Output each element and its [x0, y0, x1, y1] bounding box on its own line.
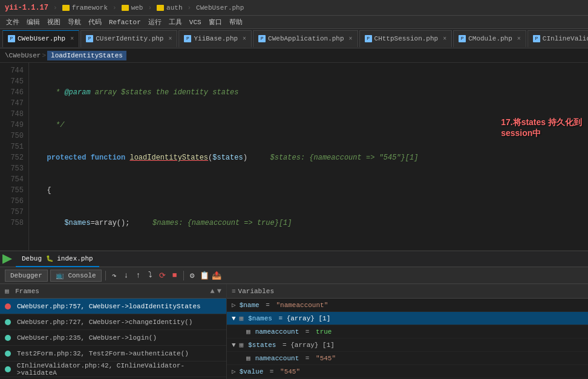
collapse-icon[interactable]: ▼ [232, 315, 236, 322]
menu-item[interactable]: 帮助 [226, 18, 246, 27]
close-tab-icon[interactable]: × [349, 36, 353, 42]
menu-item[interactable]: VCS [186, 19, 205, 26]
frames-icon: ▦ [5, 288, 9, 295]
frames-up-arrow[interactable]: ▲ [211, 287, 215, 296]
run-to-cursor-icon[interactable]: ⤵ [146, 271, 155, 280]
menu-item[interactable]: 代码 [85, 18, 105, 27]
menu-item[interactable]: 编辑 [23, 18, 44, 27]
frame-item-1[interactable]: CWebUser.php:727, CWebUser->changeIdenti… [0, 314, 226, 330]
play-icon [5, 351, 11, 357]
menu-item[interactable]: 视图 [44, 18, 64, 27]
debug-play-button[interactable] [2, 254, 12, 264]
menu-item[interactable]: Refactor [105, 19, 145, 26]
folder-icon [62, 5, 70, 11]
path-crumb-class[interactable]: \CWebUser [5, 52, 41, 59]
code-line-748: $names=array(); $names: {nameaccount => … [34, 218, 583, 228]
php-file-icon: P [184, 35, 191, 42]
expand-icon: ▷ [232, 368, 236, 375]
expand-icon: ▷ [232, 301, 236, 309]
debugger-button[interactable]: Debugger [5, 270, 48, 282]
php-file-icon: P [8, 35, 15, 42]
frames-down-arrow[interactable]: ▼ [217, 287, 221, 296]
variable-name-item[interactable]: ▷ $name = "nameaccount" [227, 299, 588, 312]
frame-item-0[interactable]: CWebUser.php:757, CWebUser->loadIdentity… [0, 299, 226, 314]
array-icon: ▦ [240, 314, 244, 322]
step-into-icon[interactable]: ↓ [122, 271, 131, 280]
variable-states-item[interactable]: ▼ ▦ $states = {array} [1] [227, 339, 588, 352]
stop-icon[interactable]: ■ [170, 271, 180, 280]
variable-value-item[interactable]: ▷ $value = "545" [227, 365, 588, 378]
variable-nameaccount-true[interactable]: ▦ nameaccount = true [227, 325, 588, 339]
debug-toolbar: Debugger 📺 Console ↷ ↓ ↑ ⤵ ⟳ ■ ⚙ 📋 📤 [0, 267, 588, 284]
array-icon: ▦ [246, 354, 250, 362]
rerun-icon[interactable]: ⟳ [158, 271, 168, 280]
tab-cuseridentity[interactable]: P CUserIdentity.php × [80, 30, 177, 47]
play-icon [5, 366, 11, 372]
annotation-bubble: 17.将states 持久化到 session中 [501, 117, 582, 139]
breadcrumb-auth[interactable]: auth [157, 4, 182, 11]
debug-tab-debugger[interactable]: Debug 🐛 index.php [16, 251, 99, 267]
code-line-746: protected function loadIdentityStates($s… [34, 152, 583, 163]
code-line-744: * @param array $states the identity stat… [34, 87, 583, 98]
pin-icon[interactable]: 📤 [212, 271, 221, 280]
path-crumb-method[interactable]: loadIdentityStates [47, 51, 126, 60]
code-line-747: { [34, 185, 583, 196]
php-file-icon: P [86, 35, 93, 42]
frames-label: ▦ Frames [5, 287, 39, 295]
menu-item[interactable]: 导航 [64, 18, 85, 27]
settings-icon[interactable]: ⚙ [188, 271, 197, 280]
menu-item[interactable]: 工具 [165, 18, 186, 27]
tab-cmodule[interactable]: P CModule.php × [453, 30, 526, 47]
variable-names-item[interactable]: ▼ ▦ $names = {array} [1] [227, 312, 588, 325]
breadcrumb-cwebuser[interactable]: CWebUser.php [196, 4, 244, 11]
collapse-icon[interactable]: ▼ [232, 342, 236, 349]
breadcrumb-framework[interactable]: framework [62, 4, 108, 11]
php-file-icon: P [459, 35, 466, 42]
close-tab-icon[interactable]: × [243, 36, 246, 42]
close-tab-icon[interactable]: × [70, 36, 74, 42]
console-button[interactable]: 📺 Console [50, 270, 102, 282]
close-tab-icon[interactable]: × [517, 36, 521, 42]
breadcrumb-path-bar: \CWebUser > loadIdentityStates [0, 48, 588, 63]
frame-item-2[interactable]: CWebUser.php:235, CWebUser->login() [0, 330, 226, 346]
frames-panel: ▦ Frames ▲ ▼ CWebUser.php:757, CWebUser-… [0, 284, 227, 379]
menu-item[interactable]: 窗口 [205, 18, 226, 27]
php-file-icon: P [533, 35, 540, 42]
frames-header: ▦ Frames ▲ ▼ [0, 284, 226, 299]
close-tab-icon[interactable]: × [443, 36, 446, 42]
php-file-icon: P [365, 35, 372, 42]
array-icon: ▦ [240, 341, 244, 349]
debug-panel: Debug 🐛 index.php Debugger 📺 Console ↷ ↓… [0, 250, 588, 379]
close-tab-icon[interactable]: × [168, 36, 172, 42]
debug-content-area: ▦ Frames ▲ ▼ CWebUser.php:757, CWebUser-… [0, 284, 588, 379]
frame-item-3[interactable]: Test2Form.php:32, Test2Form->authenticat… [0, 346, 226, 361]
restore-layout-icon[interactable]: 📋 [200, 271, 209, 280]
folder-icon [122, 5, 129, 11]
frame-item-4[interactable]: CInlineValidator.php:42, CInlineValidato… [0, 361, 226, 377]
play-icon [5, 319, 11, 325]
play-icon [5, 335, 11, 341]
breadcrumb-web[interactable]: web [122, 4, 143, 11]
code-content[interactable]: * @param array $states the identity stat… [29, 63, 588, 250]
variables-icon: ≡ [232, 288, 236, 295]
menu-item[interactable]: 文件 [2, 18, 23, 27]
folder-icon [157, 5, 164, 11]
tab-cinlinevalidator[interactable]: P CInlineValida… × [528, 30, 588, 47]
tab-cwebuser[interactable]: P CWebUser.php × [2, 30, 79, 47]
variables-header: ≡ Variables [227, 284, 588, 299]
step-out-icon[interactable]: ↑ [134, 271, 143, 280]
tab-chttpsession[interactable]: P CHttpSession.php × [359, 30, 452, 47]
php-file-icon: P [258, 35, 266, 42]
code-editor: 744 745 746 747 748 749 750 751 752 753 … [0, 63, 588, 250]
menu-item[interactable]: 运行 [145, 18, 165, 27]
menu-bar: 文件 编辑 视图 导航 代码 Refactor 运行 工具 VCS 窗口 帮助 [0, 16, 588, 29]
variable-nameaccount-545[interactable]: ▦ nameaccount = "545" [227, 352, 588, 365]
tab-yiibase[interactable]: P YiiBase.php × [178, 30, 252, 47]
top-navigation-bar: yii-1.1.17 › framework › web › auth › CW… [0, 0, 588, 16]
stop-icon [5, 303, 11, 309]
step-over-icon[interactable]: ↷ [109, 271, 119, 280]
array-icon: ▦ [246, 328, 250, 335]
file-tab-bar: P CWebUser.php × P CUserIdentity.php × P… [0, 29, 588, 48]
tab-cwebapplication[interactable]: P CWebApplication.php × [253, 30, 358, 47]
variables-panel: ≡ Variables ▷ $name = "nameaccount" ▼ ▦ … [227, 284, 588, 379]
